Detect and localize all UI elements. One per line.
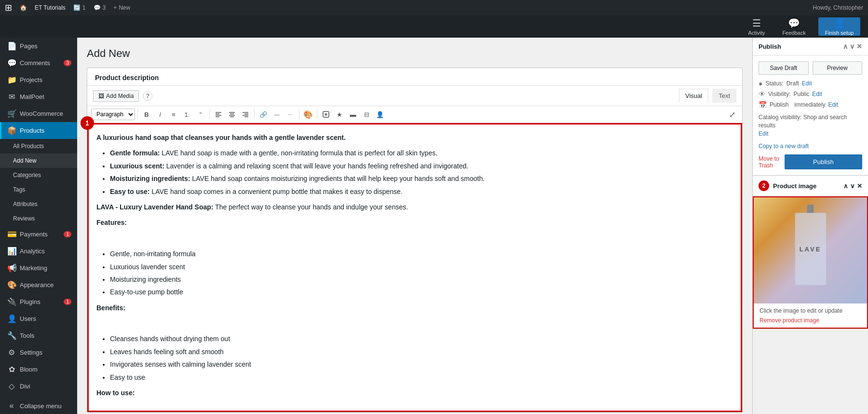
visibility-row: 👁 Visibility: Public Edit	[759, 90, 862, 98]
sidebar-item-users[interactable]: 👤 Users	[0, 310, 77, 327]
updates-icon[interactable]: 🔄 1	[73, 4, 86, 11]
intro-text: A luxurious hand soap that cleanses your…	[96, 132, 733, 143]
sidebar-item-label: Plugins	[20, 298, 41, 305]
sidebar-item-collapse[interactable]: « Collapse menu	[0, 398, 77, 414]
copy-draft-button[interactable]: Copy to a new draft	[759, 143, 809, 150]
products-icon: 📦	[7, 126, 16, 135]
ordered-list-button[interactable]: 1.	[181, 108, 193, 121]
sidebar-item-products[interactable]: 📦 Products	[0, 122, 77, 139]
help-button[interactable]: ?	[143, 91, 152, 101]
sidebar-item-tags[interactable]: Tags	[0, 182, 77, 197]
step-badge-2: 2	[759, 180, 769, 191]
publish-button[interactable]: Publish	[785, 154, 862, 169]
sidebar-item-appearance[interactable]: 🎨 Appearance	[0, 276, 77, 293]
sidebar-item-add-new[interactable]: Add New	[0, 153, 77, 168]
blockquote-button[interactable]: "	[194, 108, 207, 121]
move-trash-button[interactable]: Move to Trash	[759, 155, 785, 169]
sidebar-item-attributes[interactable]: Attributes	[0, 197, 77, 211]
special-btn-2[interactable]: ★	[333, 108, 346, 121]
publish-panel-chevrons[interactable]: ∧ ∨ ✕	[843, 42, 862, 50]
link-button[interactable]: 🔗	[257, 108, 270, 121]
hr-button[interactable]: —	[271, 108, 283, 121]
preview-button[interactable]: Preview	[813, 61, 863, 75]
activity-button[interactable]: ☰ Activity	[740, 15, 774, 38]
feature-item-3: Moisturizing ingredients	[110, 274, 733, 285]
sidebar-item-tools[interactable]: 🔧 Tools	[0, 327, 77, 344]
feature-item-1: Gentle, non-irritating formula	[110, 248, 733, 259]
activity-icon: ☰	[752, 17, 761, 29]
more-button[interactable]: ···	[284, 108, 297, 121]
color-picker-button[interactable]: 🎨	[302, 108, 314, 121]
special-btn-4[interactable]: ⊟	[360, 108, 373, 121]
sidebar-item-marketing[interactable]: 📢 Marketing	[0, 260, 77, 276]
bullet-item-4: Easy to use: LAVE hand soap comes in a c…	[110, 186, 733, 197]
finish-setup-button[interactable]: 👤 Finish setup	[818, 17, 860, 36]
sidebar-item-divi[interactable]: ◇ Divi	[0, 378, 77, 395]
publish-time-immediately: immediately	[794, 101, 825, 108]
product-image-thumbnail[interactable]: LAVE	[754, 197, 867, 304]
sidebar-item-label: Products	[20, 127, 44, 134]
product-image-close[interactable]: ✕	[857, 182, 862, 190]
copy-draft-row: Copy to a new draft	[759, 142, 862, 150]
status-edit-link[interactable]: Edit	[802, 80, 812, 87]
comments-icon[interactable]: 💬 3	[94, 4, 106, 11]
sidebar-item-mailpoet[interactable]: ✉ MailPoet	[0, 88, 77, 105]
close-icon[interactable]: ✕	[856, 42, 862, 50]
bold-button[interactable]: B	[140, 108, 153, 121]
site-home-icon[interactable]: 🏠	[20, 4, 27, 11]
product-image-chevron-up[interactable]: ∧	[843, 182, 848, 190]
sidebar-item-analytics[interactable]: 📊 Analytics	[0, 243, 77, 260]
new-content[interactable]: + New	[113, 4, 130, 11]
paragraph-select[interactable]: Paragraph	[91, 109, 135, 120]
align-right-button[interactable]	[239, 108, 252, 121]
special-btn-3[interactable]: ▬	[347, 108, 359, 121]
sidebar-item-comments[interactable]: 💬 Comments 3	[0, 55, 77, 71]
publish-time-edit-link[interactable]: Edit	[828, 101, 838, 108]
special-btn-5[interactable]: 👤	[374, 108, 386, 121]
visibility-icon: 👁	[759, 90, 765, 98]
sidebar-item-label: Settings	[20, 349, 42, 356]
projects-icon: 📁	[7, 75, 16, 84]
sidebar-item-projects[interactable]: 📁 Projects	[0, 71, 77, 88]
tab-visual[interactable]: Visual	[679, 89, 708, 103]
woocommerce-icon: 🛒	[7, 109, 16, 118]
save-draft-button[interactable]: Save Draft	[759, 61, 809, 75]
sidebar-item-woocommerce[interactable]: 🛒 WooCommerce	[0, 105, 77, 122]
unordered-list-button[interactable]: ≡	[167, 108, 180, 121]
activity-label: Activity	[748, 30, 765, 36]
special-btn-1[interactable]	[320, 108, 332, 121]
feedback-button[interactable]: 💬 Feedback	[773, 15, 814, 38]
italic-button[interactable]: I	[154, 108, 166, 121]
visibility-edit-link[interactable]: Edit	[812, 91, 822, 97]
sidebar-item-all-products[interactable]: All Products	[0, 139, 77, 153]
sidebar-item-pages[interactable]: 📄 Pages	[0, 38, 77, 55]
wp-logo[interactable]: ⊞	[5, 2, 12, 13]
align-left-button[interactable]	[212, 108, 225, 121]
product-image-chevrons[interactable]: ∧ ∨ ✕	[843, 182, 862, 190]
sidebar-item-bloom[interactable]: ✿ Bloom	[0, 361, 77, 378]
sidebar-item-categories[interactable]: Categories	[0, 168, 77, 182]
align-center-button[interactable]	[226, 108, 238, 121]
sidebar-item-reviews[interactable]: Reviews	[0, 211, 77, 226]
toolbar-separator-2	[209, 110, 210, 119]
site-name[interactable]: ET Tutorials	[35, 4, 66, 11]
product-image-chevron-down[interactable]: ∨	[850, 182, 855, 190]
expand-button[interactable]: ⤢	[726, 108, 738, 121]
remove-product-image-link[interactable]: Remove product image	[760, 317, 819, 324]
chevron-up-icon[interactable]: ∧	[843, 42, 848, 50]
sidebar: 📄 Pages 💬 Comments 3 📁 Projects ✉ MailPo…	[0, 38, 77, 414]
sidebar-item-payments[interactable]: 💳 Payments 1	[0, 226, 77, 243]
status-label: Status:	[765, 80, 783, 87]
catalog-edit-link[interactable]: Edit	[759, 130, 769, 137]
comments-nav-icon: 💬	[7, 58, 16, 68]
sidebar-item-plugins[interactable]: 🔌 Plugins 1	[0, 293, 77, 310]
add-media-button[interactable]: 🖼 Add Media	[93, 90, 139, 102]
plugins-icon: 🔌	[7, 297, 16, 306]
toolbar-separator-3	[254, 110, 255, 119]
sidebar-item-settings[interactable]: ⚙ Settings	[0, 344, 77, 361]
app-wrapper: ⊞ 🏠 ET Tutorials 🔄 1 💬 3 + New Howdy, Ch…	[0, 0, 868, 414]
tab-text[interactable]: Text	[712, 89, 736, 103]
sidebar-item-label: Tags	[13, 186, 25, 193]
editor-content[interactable]: A luxurious hand soap that cleanses your…	[87, 123, 742, 412]
chevron-down-icon[interactable]: ∨	[850, 42, 854, 50]
